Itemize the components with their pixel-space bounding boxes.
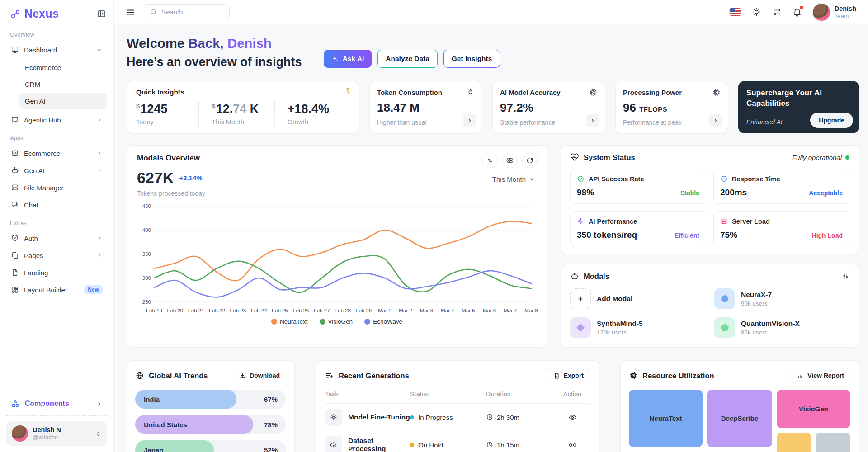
sidebar-item-agentic-hub[interactable]: Agentic Hub [6, 111, 107, 128]
card-next-button[interactable] [709, 114, 722, 127]
sidebar-subitem-gen-ai[interactable]: Gen AI [19, 93, 107, 109]
chevron-down-icon [529, 176, 535, 182]
processing-power-card: Processing Power 96 TFLOPS Performance a… [615, 81, 728, 133]
grid-view-button[interactable] [502, 153, 518, 168]
line-chart: 250300350400450Feb 19Feb 20Feb 21Feb 22F… [137, 202, 538, 316]
panel-collapse-icon [97, 9, 106, 19]
search-box [144, 4, 230, 20]
get-insights-button[interactable]: Get Insights [443, 50, 500, 68]
chart-delta: +2.14% [179, 174, 202, 182]
view-row-button[interactable] [568, 441, 577, 449]
theme-toggle-button[interactable] [752, 7, 761, 17]
arrows-up-down-icon [486, 157, 494, 164]
shapes-icon [11, 399, 20, 408]
modal-item-quantumvision[interactable]: QuantumVision-X 85k users [714, 317, 849, 338]
flame-icon [466, 88, 475, 97]
status-badge: Stable [680, 189, 699, 197]
clock-icon [486, 441, 493, 448]
sidebar-item-auth[interactable]: Auth [6, 230, 107, 247]
dashboard-icon [11, 46, 19, 54]
range-dropdown[interactable]: This Month [492, 175, 535, 183]
user-role: Team [835, 13, 856, 19]
profile-handle: @withden [33, 434, 61, 441]
upgrade-button[interactable]: Upgrade [810, 113, 853, 128]
ask-ai-button[interactable]: Ask AI [324, 50, 372, 68]
hamburger-icon [126, 7, 136, 17]
language-flag-us-icon[interactable] [730, 8, 741, 16]
eye-icon [568, 441, 577, 449]
sidebar-item-file-manager[interactable]: File Manager [6, 179, 107, 196]
svg-text:Feb 19: Feb 19 [146, 308, 162, 313]
card-title: AI Model Accuracy [500, 89, 561, 96]
download-button[interactable]: Download [233, 368, 286, 383]
file-text-icon [553, 372, 560, 379]
sort-button[interactable] [482, 153, 498, 168]
user-menu[interactable]: Denish Team [813, 4, 856, 21]
modal-item-neurax[interactable]: NeuraX-7 99k users [714, 288, 849, 309]
view-report-button[interactable]: View Report [791, 368, 850, 383]
chevron-right-icon [590, 118, 596, 124]
sidebar-subitem-crm[interactable]: CRM [19, 76, 107, 93]
sidebar-item-label: Dashboard [24, 46, 57, 54]
sidebar-item-ecommerce-app[interactable]: Ecommerce [6, 145, 107, 162]
plus-icon [570, 288, 591, 309]
settings-shortcut-button[interactable] [772, 7, 782, 17]
chevron-right-icon [96, 400, 103, 407]
token-consumption-card: Token Consumption 18.47 M Higher than us… [369, 81, 482, 133]
sidebar-collapse-button[interactable] [97, 9, 106, 19]
modal-item-synthamind[interactable]: SynthaMind-5 120k users [570, 317, 705, 338]
analyze-data-button[interactable]: Analyze Data [377, 50, 437, 68]
profile-menu-button[interactable]: Denish N @withden [6, 421, 107, 446]
refresh-button[interactable] [522, 153, 538, 168]
svg-text:Mar 3: Mar 3 [420, 308, 433, 313]
chart-title: Modals Overview [137, 154, 537, 163]
status-badge: High Load [812, 232, 843, 239]
svg-text:350: 350 [142, 251, 151, 257]
ai-model-accuracy-card: AI Model Accuracy 97.2% Stable performan… [492, 81, 605, 133]
chevron-right-icon [467, 118, 473, 124]
card-next-button[interactable] [586, 114, 599, 127]
chevron-down-icon [96, 47, 103, 53]
legend-item: VisioGen [320, 318, 353, 325]
pin-icon[interactable] [344, 87, 352, 95]
sidebar-item-chat[interactable]: Chat [6, 196, 107, 213]
svg-text:Feb 28: Feb 28 [335, 308, 351, 313]
sidebar-item-layout-builder[interactable]: Layout Builder New [6, 281, 107, 298]
task-name: Model Fine-Tuning [348, 413, 410, 421]
refresh-icon [526, 157, 533, 164]
pentagon-shape-icon [714, 317, 735, 338]
bar-chart-icon [797, 372, 804, 379]
sidebar-item-components[interactable]: Components [0, 395, 113, 415]
sidebar-item-gen-ai-app[interactable]: Gen AI [6, 162, 107, 179]
export-button[interactable]: Export [547, 368, 590, 383]
chevron-right-icon [96, 117, 103, 123]
promo-title: Supercharge Your AI Capabilities [746, 88, 851, 109]
modals-settings-button[interactable] [842, 273, 849, 280]
grid-icon [506, 157, 514, 164]
search-input[interactable] [161, 8, 224, 16]
add-modal-button[interactable]: Add Modal [570, 288, 705, 309]
ai-performance-card: AI Performance 350 tokens/req Efficient [570, 211, 706, 246]
table-row: Model Fine-Tuning In Progress 2h 30m [325, 404, 590, 431]
status-badge: Acceptable [809, 189, 843, 197]
panel-title: Recent Generations [339, 372, 409, 380]
page-title-block: Welcome Back, Denish Here’s an overview … [127, 36, 302, 69]
sidebar-item-landing[interactable]: Landing [6, 264, 107, 281]
notifications-button[interactable] [793, 7, 802, 17]
sidebar-subitem-ecommerce[interactable]: Ecommerce [19, 59, 107, 76]
svg-text:Mar 7: Mar 7 [504, 308, 517, 313]
modals-overview-card: Modals Overview [127, 145, 547, 348]
hexagon-shape-icon [714, 288, 735, 309]
sidebar-item-pages[interactable]: Pages [6, 247, 107, 264]
nexus-logo[interactable]: Nexus [10, 7, 59, 20]
eye-icon [568, 413, 577, 422]
card-next-button[interactable] [463, 114, 476, 127]
section-label-overview: Overview [10, 31, 104, 38]
treemap-block-yellow [777, 433, 811, 452]
menu-toggle-button[interactable] [126, 7, 136, 17]
view-row-button[interactable] [568, 413, 577, 422]
topbar: Denish Team [114, 0, 868, 24]
sidebar-item-dashboard[interactable]: Dashboard [6, 41, 107, 58]
system-status-card: System Status Fully operational API Succ… [561, 145, 859, 254]
svg-text:Feb 27: Feb 27 [314, 308, 330, 313]
